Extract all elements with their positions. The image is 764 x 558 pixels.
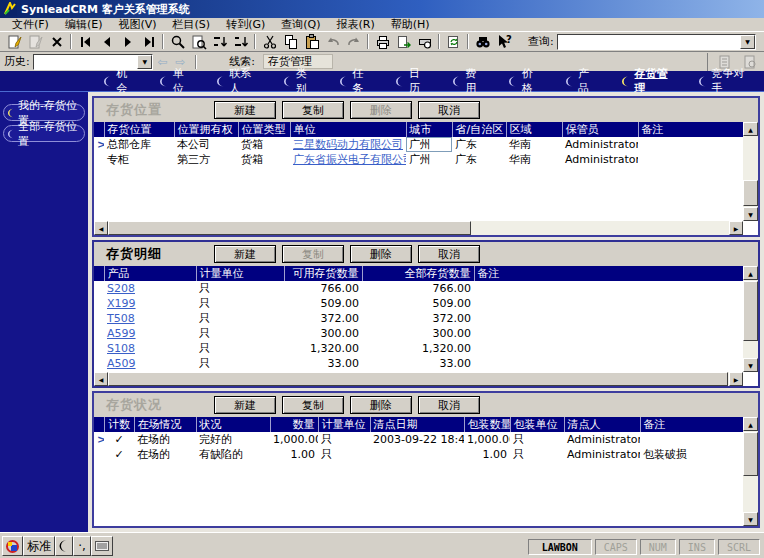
- print-icon[interactable]: [372, 33, 393, 51]
- table-row[interactable]: 专柜第三方货箱广东省振兴电子有限公司广州广东华南Administrator: [94, 152, 743, 167]
- column-header[interactable]: 包装单位: [510, 417, 564, 432]
- table-row[interactable]: T508只372.00372.00: [94, 311, 743, 326]
- search-icon[interactable]: [167, 33, 188, 51]
- scroll-left-icon[interactable]: ◀: [94, 221, 108, 235]
- ime-punctuation-button[interactable]: ·,: [73, 536, 91, 556]
- column-header[interactable]: 存货位置: [104, 122, 174, 137]
- detail-delete-button[interactable]: 删除: [350, 245, 412, 263]
- column-header[interactable]: 城市: [406, 122, 452, 137]
- history-back-icon[interactable]: ⇦: [153, 55, 171, 69]
- sort-desc-icon[interactable]: [230, 33, 251, 51]
- tab-company[interactable]: 单位: [148, 71, 204, 91]
- column-header[interactable]: 位置类型: [238, 122, 290, 137]
- tab-competitor[interactable]: 竞争对手: [687, 71, 764, 91]
- table-row[interactable]: ✓在场的有缺陷的1.00只1.00只Administrator包装破损: [94, 447, 743, 462]
- table-row[interactable]: A599只300.00300.00: [94, 326, 743, 341]
- column-header[interactable]: 产品: [104, 266, 196, 281]
- cell-link[interactable]: 三星数码动力有限公司: [293, 138, 403, 151]
- column-header[interactable]: 清点日期: [370, 417, 464, 432]
- column-header[interactable]: 备注: [640, 417, 743, 432]
- scroll-down-icon[interactable]: ▼: [743, 512, 758, 526]
- ime-mode-button[interactable]: 标准: [23, 536, 55, 556]
- menu-help[interactable]: 帮助(H): [383, 17, 438, 32]
- query-combobox[interactable]: ▼: [557, 34, 756, 50]
- prev-record-icon[interactable]: [96, 33, 117, 51]
- menu-query[interactable]: 查询(Q): [273, 17, 328, 32]
- column-header[interactable]: 在场情况: [134, 417, 196, 432]
- scroll-up-icon[interactable]: ▲: [743, 417, 758, 431]
- refresh-icon[interactable]: [443, 33, 464, 51]
- next-record-icon[interactable]: [117, 33, 138, 51]
- ime-fullwidth-moon-icon[interactable]: [55, 536, 73, 556]
- tab-category[interactable]: 类别: [272, 71, 328, 91]
- menu-goto[interactable]: 转到(G): [218, 17, 273, 32]
- scroll-thumb[interactable]: [108, 372, 728, 386]
- column-header[interactable]: 备注: [474, 266, 743, 281]
- location-new-button[interactable]: 新建: [214, 101, 276, 119]
- sidebar-item-all-inventory-locations[interactable]: 全部-存货位置: [3, 125, 85, 142]
- cell-link[interactable]: S208: [107, 282, 135, 295]
- query-dropdown-icon[interactable]: ▼: [740, 35, 755, 49]
- cell-link[interactable]: 广东省振兴电子有限公司: [293, 153, 406, 166]
- table-row[interactable]: S208只766.00766.00: [94, 281, 743, 296]
- tab-calendar[interactable]: 日历: [384, 71, 440, 91]
- column-header[interactable]: 保管员: [562, 122, 638, 137]
- tab-product[interactable]: 产品: [554, 71, 610, 91]
- scroll-thumb[interactable]: [743, 281, 758, 341]
- table-row[interactable]: X199只509.00509.00: [94, 296, 743, 311]
- scroll-down-icon[interactable]: ▼: [743, 207, 758, 221]
- status-cancel-button[interactable]: 取消: [418, 396, 480, 414]
- help-icon[interactable]: ?: [493, 33, 514, 51]
- column-header[interactable]: 省/自治区: [452, 122, 506, 137]
- vertical-scrollbar[interactable]: ▲ ▼: [743, 122, 758, 221]
- column-header[interactable]: 位置拥有权: [174, 122, 238, 137]
- column-header[interactable]: 计数: [104, 417, 134, 432]
- first-record-icon[interactable]: [75, 33, 96, 51]
- scroll-left-icon[interactable]: ◀: [94, 372, 108, 386]
- menu-edit[interactable]: 编辑(E): [57, 17, 111, 32]
- location-copy-button[interactable]: 复制: [282, 101, 344, 119]
- scroll-thumb[interactable]: [743, 180, 758, 206]
- delete-icon[interactable]: [46, 33, 67, 51]
- column-header[interactable]: 计量单位: [196, 266, 284, 281]
- last-record-icon[interactable]: [138, 33, 159, 51]
- tab-task[interactable]: 任务: [328, 71, 384, 91]
- scroll-thumb[interactable]: [108, 221, 471, 235]
- find-icon[interactable]: [472, 33, 493, 51]
- column-header[interactable]: 备注: [638, 122, 743, 137]
- table-row[interactable]: >总部仓库本公司货箱三星数码动力有限公司广州广东华南Administrator: [94, 137, 743, 152]
- export-icon[interactable]: [393, 33, 414, 51]
- location-cancel-button[interactable]: 取消: [418, 101, 480, 119]
- column-header[interactable]: 单位: [290, 122, 406, 137]
- vertical-scrollbar[interactable]: ▲ ▼: [743, 266, 758, 372]
- vertical-scrollbar[interactable]: ▲ ▼: [743, 417, 758, 526]
- cut-icon[interactable]: [259, 33, 280, 51]
- new-icon[interactable]: [4, 33, 25, 51]
- scroll-right-icon[interactable]: ▶: [729, 221, 743, 235]
- scroll-thumb[interactable]: [743, 432, 758, 476]
- column-header[interactable]: 计量单位: [318, 417, 370, 432]
- table-row[interactable]: A509只33.0033.00: [94, 356, 743, 371]
- sort-asc-icon[interactable]: [209, 33, 230, 51]
- menu-view[interactable]: 视图(V): [110, 17, 164, 32]
- paste-icon[interactable]: [301, 33, 322, 51]
- tab-opportunity[interactable]: 机会: [92, 71, 148, 91]
- print-preview-icon[interactable]: [414, 33, 435, 51]
- horizontal-scrollbar[interactable]: ◀ ▶: [94, 372, 743, 386]
- cell-link[interactable]: X199: [107, 297, 136, 310]
- menu-columns[interactable]: 栏目(S): [165, 17, 219, 32]
- detail-new-button[interactable]: 新建: [214, 245, 276, 263]
- column-header[interactable]: 区域: [506, 122, 562, 137]
- status-delete-button[interactable]: 删除: [350, 396, 412, 414]
- status-new-button[interactable]: 新建: [214, 396, 276, 414]
- column-header[interactable]: 状况: [196, 417, 270, 432]
- scroll-right-icon[interactable]: ▶: [729, 372, 743, 386]
- ime-keyboard-icon[interactable]: [91, 536, 113, 556]
- history-dropdown-icon[interactable]: ▼: [137, 55, 152, 69]
- scroll-up-icon[interactable]: ▲: [743, 122, 758, 136]
- status-copy-button[interactable]: 复制: [282, 396, 344, 414]
- tab-contact[interactable]: 联系人: [205, 71, 272, 91]
- copy-icon[interactable]: [280, 33, 301, 51]
- tab-price[interactable]: 价格: [497, 71, 553, 91]
- tab-expense[interactable]: 费用: [441, 71, 497, 91]
